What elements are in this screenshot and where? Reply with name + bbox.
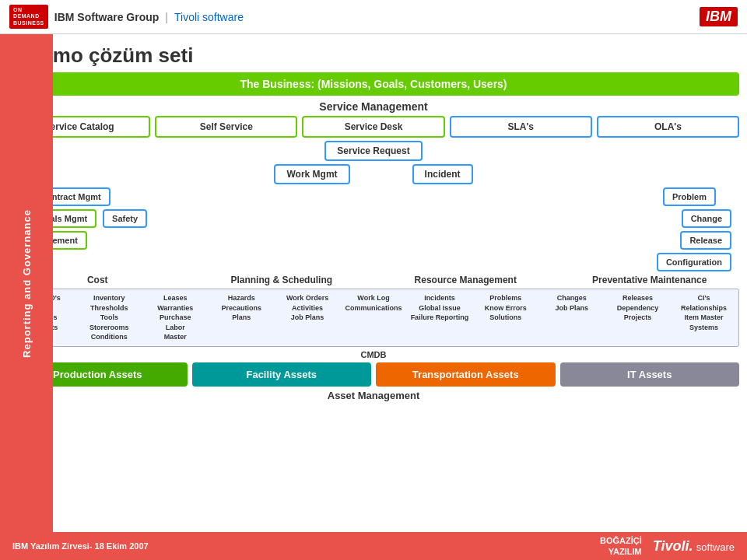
detail-col-6: IncidentsGlobal IssueFailure Reporting: [408, 293, 471, 342]
detail-title-2: LeasesWarrantiesPurchaseLaborMaster: [144, 293, 207, 342]
detail-title-9: ReleasesDependencyProjects: [606, 293, 669, 323]
work-incident-row: Work Mgmt Incident: [8, 164, 739, 184]
it-assets-btn[interactable]: IT Assets: [560, 362, 740, 387]
change-box[interactable]: Change: [682, 209, 731, 228]
business-bar: The Business: (Missions, Goals, Customer…: [8, 72, 739, 96]
asset-mgmt-row: Production Assets Facility Assets Transp…: [8, 362, 739, 387]
outer-wrapper: Reporting and Governance Maximo çözüm se…: [0, 34, 747, 532]
detail-title-7: ProblemsKnow ErrorsSolutions: [474, 293, 537, 323]
detail-title-4: Work OrdersActivitiesJob Plans: [276, 293, 339, 323]
detail-title-8: ChangesJob Plans: [540, 293, 603, 313]
footer-text: IBM Yazılım Zirvesi- 18 Ekim 2007: [12, 541, 149, 551]
detail-title-1: InventoryThresholdsToolsStoreroomsCondit…: [78, 293, 141, 342]
safety-box[interactable]: Safety: [103, 209, 147, 228]
software-word: software: [696, 541, 735, 553]
detail-col-8: ChangesJob Plans: [540, 293, 603, 342]
release-box[interactable]: Release: [680, 231, 731, 250]
ola-box[interactable]: OLA's: [597, 116, 739, 138]
detail-col-1: InventoryThresholdsToolsStoreroomsCondit…: [78, 293, 141, 342]
bottom-footer: IBM Yazılım Zirvesi- 18 Ekim 2007 BOĞAZİ…: [0, 532, 747, 560]
cmdb-row: CMDB: [8, 350, 739, 359]
detail-col-7: ProblemsKnow ErrorsSolutions: [474, 293, 537, 342]
detail-col-2: LeasesWarrantiesPurchaseLaborMaster: [144, 293, 207, 342]
ibm-logo: IBM: [700, 7, 738, 26]
detail-col-4: Work OrdersActivitiesJob Plans: [276, 293, 339, 342]
detail-title-6: IncidentsGlobal IssueFailure Reporting: [408, 293, 471, 323]
procurement-release-row: Procurement Release: [8, 231, 739, 250]
detail-col-3: HazardsPrecautionsPlans: [210, 293, 273, 342]
left-sidebar: Reporting and Governance: [0, 34, 53, 532]
cmdb-label: CMDB: [361, 350, 387, 359]
detail-col-9: ReleasesDependencyProjects: [606, 293, 669, 342]
service-request-box[interactable]: Service Request: [324, 141, 422, 161]
preventative-label: Preventative Maintenance: [560, 275, 740, 285]
detail-title-3: HazardsPrecautionsPlans: [210, 293, 273, 323]
resource-mgmt-label: Resource Management: [376, 275, 556, 285]
detail-col-10: CI'sRelationshipsItem MasterSystems: [672, 293, 735, 342]
service-request-row: Service Request: [8, 141, 739, 161]
work-mgmt-box[interactable]: Work Mgmt: [274, 164, 349, 184]
detail-title-5: Work LogCommunications: [342, 293, 405, 313]
service-boxes-row: Service Catalog Self Service Service Des…: [8, 116, 739, 138]
content-wrapper: Maximo çözüm seti The Business: (Mission…: [0, 34, 747, 532]
transportation-assets-btn[interactable]: Transportation Assets: [376, 362, 556, 387]
materials-safety-change-row: Materials Mgmt Safety Change: [8, 209, 739, 228]
tivoli-software-group: Tivoli. software: [653, 538, 735, 555]
page-title: Maximo çözüm seti: [8, 44, 739, 68]
service-mgmt-label: Service Management: [8, 100, 739, 113]
contract-problem-row: Contract Mgmt Problem: [8, 187, 739, 206]
ibm-group-text: IBM Software Group: [54, 11, 160, 23]
configuration-row: Configuration: [8, 253, 739, 271]
configuration-box[interactable]: Configuration: [657, 253, 731, 271]
planning-label: Planning & Scheduling: [192, 275, 372, 285]
tivoli-word: Tivoli.: [653, 538, 693, 554]
problem-box[interactable]: Problem: [663, 187, 716, 206]
detail-items-row: PR's, PO'sRFQ'sInvoicesReceipts Inventor…: [8, 289, 739, 347]
topbar: ON DEMAND BUSINESS IBM Software Group | …: [0, 0, 747, 34]
detail-col-5: Work LogCommunications: [342, 293, 405, 342]
incident-box[interactable]: Incident: [412, 164, 473, 184]
page-title-section: Maximo çözüm seti: [8, 40, 739, 72]
on-demand-logo: ON DEMAND BUSINESS: [9, 5, 48, 29]
main-categories-row: Cost Planning & Scheduling Resource Mana…: [8, 275, 739, 285]
bogazici-logo: BOĞAZİÇİYAZILIM: [600, 535, 642, 558]
sla-box[interactable]: SLA's: [450, 116, 592, 138]
asset-mgmt-label: Asset Management: [8, 390, 739, 401]
detail-title-10: CI'sRelationshipsItem MasterSystems: [672, 293, 735, 332]
self-service-box[interactable]: Self Service: [155, 116, 297, 138]
tivoli-brand: BOĞAZİÇİYAZILIM Tivoli. software: [600, 535, 735, 558]
service-desk-box[interactable]: Service Desk: [302, 116, 444, 138]
sidebar-label: Reporting and Governance: [21, 209, 33, 358]
tivoli-text: Tivoli software: [174, 11, 244, 23]
divider: |: [165, 11, 168, 23]
facility-assets-btn[interactable]: Facility Assets: [192, 362, 372, 387]
